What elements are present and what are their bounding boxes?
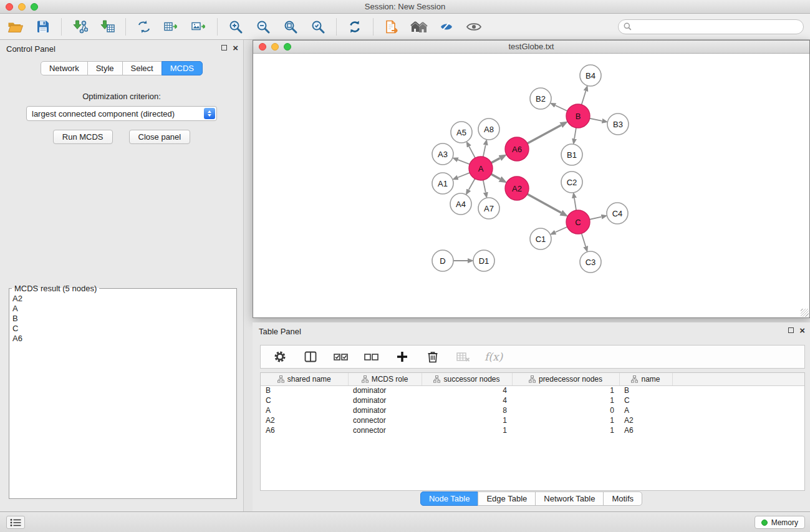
node-A1[interactable]: A1 xyxy=(432,173,453,194)
table-cell[interactable]: A2 xyxy=(619,415,672,425)
table-cell[interactable]: A2 xyxy=(261,415,348,425)
node-C3[interactable]: C3 xyxy=(580,251,601,273)
table-cell[interactable]: A xyxy=(619,405,672,415)
mcds-result-item[interactable]: C xyxy=(12,324,233,334)
column-header-shared-name[interactable]: shared name xyxy=(261,373,348,385)
table-cell[interactable]: dominator xyxy=(348,395,422,405)
table-cell[interactable]: 4 xyxy=(422,395,512,405)
table-tab-node-table[interactable]: Node Table xyxy=(420,491,479,506)
node-B3[interactable]: B3 xyxy=(607,114,629,135)
node-B2[interactable]: B2 xyxy=(530,88,551,109)
table-cell[interactable]: 0 xyxy=(512,405,619,415)
table-cell[interactable]: connector xyxy=(348,415,422,425)
node-A3[interactable]: A3 xyxy=(432,143,453,165)
mcds-result-item[interactable]: A6 xyxy=(12,334,233,344)
close-panel-icon[interactable]: × xyxy=(233,44,238,51)
table-row[interactable]: A6connector11A6 xyxy=(261,425,804,435)
zoom-network-window-button[interactable] xyxy=(284,43,291,51)
network-graph[interactable]: B4B2BB3A5A8A6B1A3AA1A2C2A4A7C4CC1C3DD1 xyxy=(253,54,809,317)
mcds-result-item[interactable]: A xyxy=(12,304,233,314)
table-cell[interactable]: 1 xyxy=(512,425,619,435)
float-panel-icon[interactable] xyxy=(221,45,227,51)
create-column-plus-icon[interactable] xyxy=(393,347,412,366)
tab-network[interactable]: Network xyxy=(41,61,88,75)
network-window-titlebar[interactable]: testGlobe.txt xyxy=(253,41,809,54)
search-box[interactable] xyxy=(618,19,804,34)
close-table-panel-icon[interactable]: × xyxy=(799,327,805,334)
table-cell[interactable]: A6 xyxy=(619,425,672,435)
close-window-button[interactable] xyxy=(6,3,13,11)
node-C2[interactable]: C2 xyxy=(561,172,582,193)
table-cell[interactable]: A6 xyxy=(261,425,348,435)
import-network-file-icon[interactable] xyxy=(70,17,89,36)
export-table-icon[interactable] xyxy=(162,17,181,36)
table-cell[interactable]: connector xyxy=(348,425,422,435)
table-tab-network-table[interactable]: Network Table xyxy=(535,491,604,506)
node-A7[interactable]: A7 xyxy=(478,198,499,219)
table-cell[interactable]: A xyxy=(261,405,348,415)
search-input[interactable] xyxy=(635,22,798,31)
table-cell[interactable]: 1 xyxy=(422,425,512,435)
node-A6[interactable]: A6 xyxy=(505,137,529,161)
close-panel-button[interactable]: Close panel xyxy=(129,130,191,144)
node-C[interactable]: C xyxy=(566,210,590,234)
close-network-window-button[interactable] xyxy=(259,43,266,51)
tab-select[interactable]: Select xyxy=(122,61,162,75)
node-A5[interactable]: A5 xyxy=(451,122,472,143)
delete-column-trash-icon[interactable] xyxy=(423,347,442,366)
select-all-columns-icon[interactable] xyxy=(332,347,350,366)
node-A2[interactable]: A2 xyxy=(505,177,529,200)
column-header-successor-nodes[interactable]: successor nodes xyxy=(422,373,512,385)
node-B[interactable]: B xyxy=(566,104,590,128)
import-table-file-icon[interactable] xyxy=(98,17,117,36)
table-cell[interactable]: C xyxy=(619,395,672,405)
table-cell[interactable]: 4 xyxy=(422,385,512,395)
minimize-window-button[interactable] xyxy=(18,3,26,11)
window-resize-grip[interactable] xyxy=(801,309,809,317)
show-hide-icon[interactable] xyxy=(465,17,483,36)
node-table[interactable]: shared nameMCDS rolesuccessor nodesprede… xyxy=(260,372,805,491)
node-C4[interactable]: C4 xyxy=(607,203,628,224)
deselect-all-columns-icon[interactable] xyxy=(362,347,381,366)
mcds-result-item[interactable]: A2 xyxy=(12,294,233,304)
mcds-result-item[interactable]: B xyxy=(12,314,233,324)
node-D1[interactable]: D1 xyxy=(473,250,494,271)
column-header-name[interactable]: name xyxy=(619,373,672,385)
home-windows-icon[interactable] xyxy=(410,17,428,36)
float-table-panel-icon[interactable] xyxy=(788,327,794,333)
table-cell[interactable]: 1 xyxy=(422,415,512,425)
graphics-details-icon[interactable] xyxy=(437,17,456,36)
column-header-predecessor-nodes[interactable]: predecessor nodes xyxy=(512,373,619,385)
node-B1[interactable]: B1 xyxy=(561,144,582,165)
table-tab-motifs[interactable]: Motifs xyxy=(603,491,642,506)
node-D[interactable]: D xyxy=(432,250,453,271)
open-session-icon[interactable] xyxy=(6,17,25,36)
table-cell[interactable]: 1 xyxy=(512,415,619,425)
refresh-icon[interactable] xyxy=(345,17,364,36)
table-row[interactable]: Cdominator41C xyxy=(261,395,804,405)
layout-cycle-icon[interactable] xyxy=(135,17,153,36)
zoom-window-button[interactable] xyxy=(31,3,38,11)
table-row[interactable]: Bdominator41B xyxy=(261,385,804,395)
run-mcds-button[interactable]: Run MCDS xyxy=(53,130,113,144)
table-cell[interactable]: 1 xyxy=(512,385,619,395)
network-canvas[interactable]: B4B2BB3A5A8A6B1A3AA1A2C2A4A7C4CC1C3DD1 xyxy=(253,54,809,317)
save-session-icon[interactable] xyxy=(34,17,52,36)
table-cell[interactable]: B xyxy=(619,385,672,395)
node-A8[interactable]: A8 xyxy=(478,118,499,140)
export-image-icon[interactable] xyxy=(190,17,208,36)
zoom-in-icon[interactable] xyxy=(226,17,245,36)
table-cell[interactable]: B xyxy=(261,385,348,395)
table-cell[interactable]: C xyxy=(261,395,348,405)
tab-mcds[interactable]: MCDS xyxy=(162,61,203,75)
column-header-MCDS-role[interactable]: MCDS role xyxy=(348,373,422,385)
table-settings-gear-icon[interactable] xyxy=(271,347,289,366)
criterion-dropdown[interactable]: largest connected component (directed) xyxy=(26,106,217,121)
zoom-selected-icon[interactable] xyxy=(309,17,327,36)
table-row[interactable]: A2connector11A2 xyxy=(261,415,804,425)
minimize-network-window-button[interactable] xyxy=(271,43,279,51)
node-B4[interactable]: B4 xyxy=(580,65,601,86)
memory-button[interactable]: Memory xyxy=(755,516,805,529)
node-A[interactable]: A xyxy=(469,157,493,180)
task-history-button[interactable] xyxy=(6,516,25,529)
